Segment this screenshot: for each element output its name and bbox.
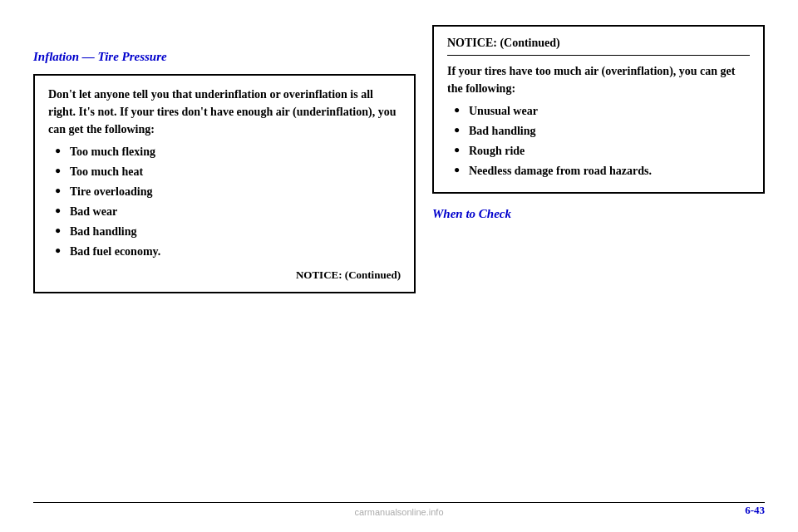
notice-continued-label: NOTICE: (Continued) — [48, 268, 401, 282]
watermark: carmanualsonline.info — [354, 507, 443, 517]
overinflation-notice-box: NOTICE: (Continued) If your tires have t… — [432, 25, 765, 194]
list-item: Tire overloading — [55, 183, 401, 200]
list-item: Unusual wear — [454, 102, 750, 120]
page-title: Inflation — Tire Pressure — [33, 50, 416, 64]
underinflation-bullet-list: Too much flexing Too much heat Tire over… — [48, 143, 401, 260]
page-container: Inflation — Tire Pressure Don't let anyo… — [0, 0, 798, 532]
when-to-check-heading: When to Check — [432, 207, 765, 221]
list-item: Bad fuel economy. — [55, 243, 401, 260]
list-item: Bad handling — [55, 223, 401, 240]
list-item: Bad handling — [454, 122, 750, 140]
underinflation-notice-box: Don't let anyone tell you that underinfl… — [33, 74, 416, 293]
list-item: Too much flexing — [55, 143, 401, 160]
list-item: Bad wear — [55, 203, 401, 220]
overinflation-bullet-list: Unusual wear Bad handling Rough ride Nee… — [447, 102, 750, 180]
list-item: Needless damage from road hazards. — [454, 162, 750, 180]
right-column: NOTICE: (Continued) If your tires have t… — [432, 25, 765, 221]
underinflation-intro: Don't let anyone tell you that underinfl… — [48, 86, 401, 138]
overinflation-intro: If your tires have too much air (overinf… — [447, 62, 750, 97]
bottom-divider — [33, 502, 765, 503]
page-number: 6-43 — [745, 504, 765, 517]
overinflation-notice-title: NOTICE: (Continued) — [447, 37, 750, 56]
left-column: Inflation — Tire Pressure Don't let anyo… — [33, 50, 416, 307]
list-item: Too much heat — [55, 163, 401, 180]
list-item: Rough ride — [454, 142, 750, 160]
